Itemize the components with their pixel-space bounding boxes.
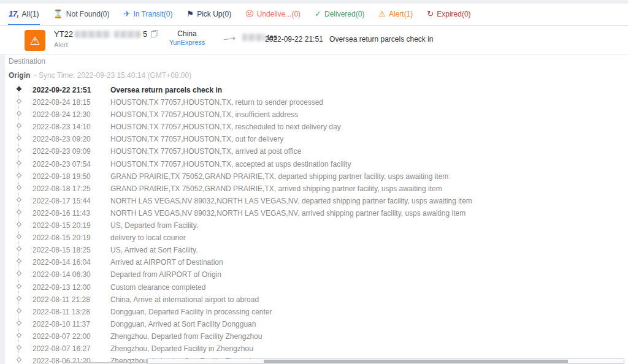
timeline-event-row: 2022-08-14 16:04 Arrived at AIRPORT of D…: [5, 256, 628, 268]
timeline-event-time: 2022-08-24 12:30: [33, 110, 91, 119]
carrier-link[interactable]: YunExpress: [169, 38, 205, 47]
horizontal-scrollbar[interactable]: [147, 358, 624, 364]
redacted-tracking-segment: [75, 31, 110, 38]
tab-label: Pick Up(0): [197, 10, 231, 18]
timeline-event-time: 2022-08-07 16:27: [33, 344, 91, 353]
timeline-event-row: 2022-08-24 18:15 HOUSTON,TX 77057,HOUSTO…: [5, 96, 628, 108]
tab-all[interactable]: 17 All(1): [8, 4, 40, 25]
timeline-node-icon: [17, 172, 21, 177]
timeline-event-time: 2022-08-18 19:50: [33, 172, 91, 181]
timeline-event-time: 2022-08-15 20:19: [33, 233, 91, 242]
timeline-event-time: 2022-08-14 06:30: [33, 270, 91, 279]
timeline-event-time: 2022-08-14 16:04: [33, 258, 91, 267]
timeline-event-time: 2022-08-23 09:09: [33, 147, 91, 156]
timeline-node-icon: [17, 222, 21, 227]
timeline-event-desc: NORTH LAS VEGAS,NV 89032,NORTH LAS VEGAS…: [110, 197, 472, 205]
timeline-event-row: 2022-08-18 19:50 GRAND PRAIRIE,TX 75052,…: [5, 170, 628, 182]
timeline-event-row: 2022-08-23 14:10 HOUSTON,TX 77057,HOUSTO…: [5, 120, 628, 132]
panel-bottom-edge: [64, 362, 147, 363]
timeline-node-icon: [17, 210, 21, 214]
timeline-event-row: 2022-08-23 09:20 HOUSTON,TX 77057,HOUSTO…: [5, 132, 628, 145]
timeline-event-desc: HOUSTON,TX 77057,HOUSTON,TX, accepted at…: [110, 160, 351, 169]
timeline-event-desc: US, Departed from Facility.: [110, 221, 198, 230]
timeline-event-time: 2022-08-23 07:54: [33, 160, 91, 169]
latest-event-summary: 2022-09-22 21:51 Oversea return parcels …: [265, 35, 434, 44]
timeline-event-row: 2022-08-14 06:30 Departed from AIRPORT o…: [5, 268, 628, 280]
timeline-event-desc: delivery to local courier: [110, 233, 186, 242]
tracking-timeline: 2022-09-22 21:51 Oversea return parcels …: [5, 83, 628, 364]
tab-undelivered[interactable]: ☹ Undelive...(0): [245, 4, 301, 25]
timeline-node-icon: [17, 111, 21, 116]
timeline-node-icon: [17, 308, 21, 313]
timeline-event-desc: China, Arrive at international airport t…: [110, 295, 259, 304]
tab-pick-up[interactable]: ⚑ Pick Up(0): [186, 4, 232, 25]
shipment-status-label: Alert: [54, 41, 158, 48]
timeline-event-time: 2022-08-13 12:00: [33, 283, 91, 292]
timeline-event-desc: HOUSTON,TX 77057,HOUSTON,TX, return to s…: [110, 98, 323, 107]
timeline-event-time: 2022-08-23 09:20: [33, 135, 91, 143]
timeline-event-row: 2022-08-10 11:37 Dongguan, Arrived at So…: [5, 317, 628, 330]
timeline-event-time: 2022-08-24 18:15: [33, 98, 91, 107]
tab-in-transit[interactable]: ✈ In Transit(0): [123, 4, 174, 25]
logo-17-icon: 17: [9, 10, 19, 18]
timeline-event-desc: Arrived at AIRPORT of Destination: [110, 258, 223, 267]
tracking-number-suffix: 5: [143, 29, 147, 39]
sync-time-text: - Sync Time: 2022-09-23 15:40:14 (GMT+08…: [34, 71, 191, 80]
timeline-event-desc: HOUSTON,TX 77057,HOUSTON,TX, arrived at …: [110, 147, 301, 156]
warning-triangle-icon: ⚠: [29, 35, 40, 47]
timeline-node-icon: [17, 185, 21, 190]
timeline-node-icon: [17, 99, 21, 104]
timeline-event-row: 2022-08-23 09:09 HOUSTON,TX 77057,HOUSTO…: [5, 145, 628, 157]
timeline-event-row: 2022-08-18 17:25 GRAND PRAIRIE,TX 75052,…: [5, 182, 628, 194]
tab-alert[interactable]: ⚠ Alert(1): [378, 4, 413, 25]
tab-label: Alert(1): [389, 10, 413, 18]
timeline-node-icon: [17, 259, 21, 264]
timeline-event-row: 2022-08-15 20:19 US, Departed from Facil…: [5, 219, 628, 231]
check-icon: ✓: [315, 10, 321, 18]
timeline-event-row: 2022-09-22 21:51 Oversea return parcels …: [5, 83, 628, 96]
timeline-event-row: 2022-08-15 18:25 US, Arrived at Sort Fac…: [5, 243, 628, 256]
timeline-event-row: 2022-08-24 12:30 HOUSTON,TX 77057,HOUSTO…: [5, 108, 628, 120]
timeline-node-icon: [17, 271, 21, 276]
timeline-event-time: 2022-08-17 15:44: [33, 197, 91, 205]
redacted-destination: [242, 34, 266, 41]
timeline-event-row: 2022-08-13 12:00 Custom clearance comple…: [5, 281, 628, 293]
timeline-event-row: 2022-08-17 15:44 NORTH LAS VEGAS,NV 8903…: [5, 194, 628, 207]
plane-icon: ✈: [124, 10, 131, 18]
timeline-event-desc: Dongguan, Departed Facility In processin…: [110, 308, 272, 316]
timeline-node-icon: [17, 86, 21, 91]
timeline-event-desc: GRAND PRAIRIE,TX 75052,GRAND PRAIRIE,TX,…: [110, 184, 442, 193]
tab-delivered[interactable]: ✓ Delivered(0): [314, 4, 365, 25]
tab-label: Delivered(0): [324, 10, 364, 18]
tab-expired[interactable]: ↻ Expired(0): [426, 4, 471, 25]
timeline-event-row: 2022-08-07 22:00 Zhengzhou, Departed fro…: [5, 330, 628, 342]
tracking-number-prefix: YT22: [54, 29, 73, 39]
tab-not-found[interactable]: ⌛ Not Found(0): [53, 4, 110, 25]
timeline-node-icon: [17, 123, 21, 128]
hourglass-icon: ⌛: [53, 10, 63, 18]
timeline-event-desc: HOUSTON,TX 77057,HOUSTON,TX, out for del…: [110, 135, 283, 143]
timeline-event-time: 2022-08-23 14:10: [33, 123, 91, 131]
timeline-event-desc: Oversea return parcels check in: [110, 86, 222, 94]
timeline-node-icon: [17, 345, 21, 350]
timeline-event-time: 2022-08-16 11:43: [33, 209, 90, 218]
timeline-event-desc: Zhengzhou, Departed Facility in Zhengzho…: [110, 344, 253, 353]
timeline-event-desc: GRAND PRAIRIE,TX 75052,GRAND PRAIRIE,TX,…: [110, 172, 448, 181]
tab-label: Undelive...(0): [257, 10, 301, 18]
timeline-event-row: 2022-08-16 11:43 NORTH LAS VEGAS,NV 8903…: [5, 207, 628, 219]
timeline-event-row: 2022-08-15 20:19 delivery to local couri…: [5, 231, 628, 243]
latest-event-desc: Oversea return parcels check in: [329, 35, 433, 44]
tab-label: Not Found(0): [66, 10, 110, 18]
horizontal-scrollbar-thumb[interactable]: [264, 360, 568, 363]
timeline-event-desc: HOUSTON,TX 77057,HOUSTON,TX, rescheduled…: [110, 123, 341, 131]
redacted-tracking-segment: [114, 31, 141, 38]
timeline-node-icon: [17, 234, 21, 239]
destination-section-label: Destination: [9, 57, 45, 66]
shipment-summary-row[interactable]: ⚠ YT22 5 Alert China YunExpress ⟶ tes 20…: [0, 26, 628, 55]
timeline-event-row: 2022-08-11 13:28 Dongguan, Departed Faci…: [5, 305, 628, 317]
timeline-node-icon: [17, 135, 21, 140]
timeline-event-desc: Custom clearance completed: [110, 283, 205, 292]
tracking-number[interactable]: YT22 5: [54, 29, 158, 39]
sad-face-icon: ☹: [245, 10, 254, 18]
timeline-node-icon: [17, 333, 21, 338]
